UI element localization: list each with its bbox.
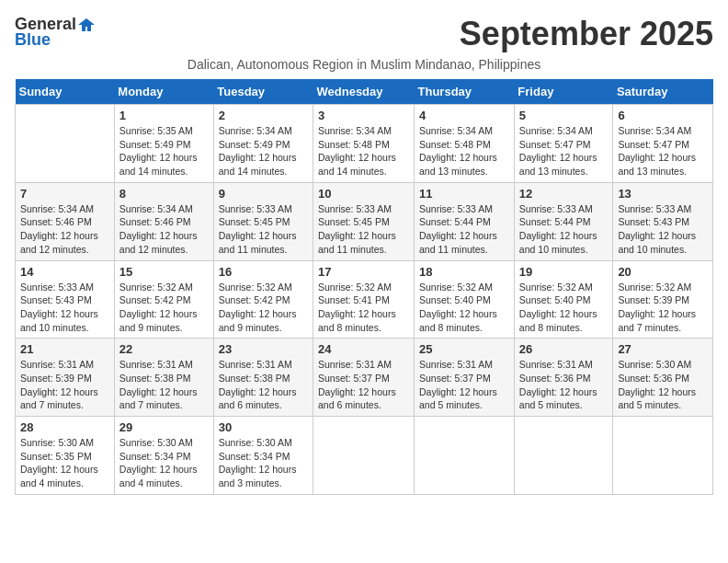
day-info: Sunrise: 5:34 AM Sunset: 5:46 PM Dayligh… — [119, 202, 209, 257]
table-row: 2Sunrise: 5:34 AM Sunset: 5:49 PM Daylig… — [213, 105, 313, 183]
table-row: 22Sunrise: 5:31 AM Sunset: 5:38 PM Dayli… — [114, 339, 213, 417]
table-row: 28Sunrise: 5:30 AM Sunset: 5:35 PM Dayli… — [16, 417, 115, 495]
day-info: Sunrise: 5:31 AM Sunset: 5:37 PM Dayligh… — [419, 358, 509, 412]
day-number: 29 — [119, 420, 209, 434]
table-row: 11Sunrise: 5:33 AM Sunset: 5:44 PM Dayli… — [415, 182, 515, 260]
header-monday: Monday — [114, 79, 213, 105]
logo: General Blue — [15, 15, 95, 50]
day-info: Sunrise: 5:33 AM Sunset: 5:44 PM Dayligh… — [419, 202, 509, 257]
table-row: 5Sunrise: 5:34 AM Sunset: 5:47 PM Daylig… — [514, 105, 613, 183]
day-info: Sunrise: 5:32 AM Sunset: 5:41 PM Dayligh… — [318, 281, 409, 335]
day-number: 10 — [318, 187, 409, 201]
table-row: 25Sunrise: 5:31 AM Sunset: 5:37 PM Dayli… — [415, 339, 515, 417]
day-info: Sunrise: 5:33 AM Sunset: 5:43 PM Dayligh… — [618, 202, 708, 257]
day-number: 23 — [219, 342, 308, 356]
day-info: Sunrise: 5:34 AM Sunset: 5:49 PM Dayligh… — [219, 124, 308, 178]
table-row: 24Sunrise: 5:31 AM Sunset: 5:37 PM Dayli… — [313, 339, 415, 417]
svg-marker-0 — [78, 18, 95, 31]
day-number: 9 — [219, 187, 308, 201]
header-thursday: Thursday — [415, 79, 515, 105]
day-number: 14 — [20, 265, 109, 279]
table-row — [613, 417, 713, 495]
calendar-week-row: 7Sunrise: 5:34 AM Sunset: 5:46 PM Daylig… — [16, 182, 713, 260]
day-info: Sunrise: 5:34 AM Sunset: 5:48 PM Dayligh… — [419, 124, 509, 178]
logo-bird-icon — [78, 17, 95, 33]
table-row: 21Sunrise: 5:31 AM Sunset: 5:39 PM Dayli… — [16, 339, 115, 417]
table-row: 12Sunrise: 5:33 AM Sunset: 5:44 PM Dayli… — [514, 182, 613, 260]
calendar-week-row: 1Sunrise: 5:35 AM Sunset: 5:49 PM Daylig… — [16, 105, 713, 183]
header-wednesday: Wednesday — [313, 79, 415, 105]
day-number: 15 — [119, 265, 209, 279]
header-saturday: Saturday — [613, 79, 713, 105]
table-row: 23Sunrise: 5:31 AM Sunset: 5:38 PM Dayli… — [213, 339, 313, 417]
header-friday: Friday — [514, 79, 613, 105]
table-row: 20Sunrise: 5:32 AM Sunset: 5:39 PM Dayli… — [613, 260, 713, 339]
table-row: 6Sunrise: 5:34 AM Sunset: 5:47 PM Daylig… — [613, 105, 713, 183]
month-title: September 2025 — [460, 15, 713, 53]
header-sunday: Sunday — [16, 79, 115, 105]
day-info: Sunrise: 5:32 AM Sunset: 5:40 PM Dayligh… — [419, 281, 509, 335]
day-number: 17 — [318, 265, 409, 279]
day-number: 8 — [119, 187, 209, 201]
logo-blue: Blue — [15, 30, 51, 50]
day-info: Sunrise: 5:35 AM Sunset: 5:49 PM Dayligh… — [119, 124, 209, 178]
day-number: 2 — [219, 109, 308, 122]
table-row: 18Sunrise: 5:32 AM Sunset: 5:40 PM Dayli… — [415, 260, 515, 339]
table-row: 13Sunrise: 5:33 AM Sunset: 5:43 PM Dayli… — [613, 182, 713, 260]
page-header: General Blue September 2025 — [15, 15, 713, 53]
day-number: 25 — [419, 342, 509, 356]
day-info: Sunrise: 5:32 AM Sunset: 5:40 PM Dayligh… — [519, 281, 609, 335]
table-row: 30Sunrise: 5:30 AM Sunset: 5:34 PM Dayli… — [213, 417, 313, 495]
table-row — [313, 417, 415, 495]
day-number: 6 — [618, 109, 708, 122]
day-info: Sunrise: 5:34 AM Sunset: 5:47 PM Dayligh… — [519, 124, 609, 178]
calendar-week-row: 28Sunrise: 5:30 AM Sunset: 5:35 PM Dayli… — [16, 417, 713, 495]
table-row: 1Sunrise: 5:35 AM Sunset: 5:49 PM Daylig… — [114, 105, 213, 183]
table-row: 17Sunrise: 5:32 AM Sunset: 5:41 PM Dayli… — [313, 260, 415, 339]
table-row: 26Sunrise: 5:31 AM Sunset: 5:36 PM Dayli… — [514, 339, 613, 417]
table-row: 16Sunrise: 5:32 AM Sunset: 5:42 PM Dayli… — [213, 260, 313, 339]
day-info: Sunrise: 5:31 AM Sunset: 5:38 PM Dayligh… — [119, 358, 209, 412]
table-row: 29Sunrise: 5:30 AM Sunset: 5:34 PM Dayli… — [114, 417, 213, 495]
day-info: Sunrise: 5:33 AM Sunset: 5:43 PM Dayligh… — [20, 281, 109, 335]
day-info: Sunrise: 5:34 AM Sunset: 5:47 PM Dayligh… — [618, 124, 708, 178]
page-subtitle: Dalican, Autonomous Region in Muslim Min… — [15, 57, 713, 72]
day-info: Sunrise: 5:30 AM Sunset: 5:35 PM Dayligh… — [20, 436, 109, 490]
day-number: 13 — [618, 187, 708, 201]
day-info: Sunrise: 5:33 AM Sunset: 5:45 PM Dayligh… — [318, 202, 409, 257]
day-info: Sunrise: 5:34 AM Sunset: 5:48 PM Dayligh… — [318, 124, 409, 178]
table-row: 3Sunrise: 5:34 AM Sunset: 5:48 PM Daylig… — [313, 105, 415, 183]
day-info: Sunrise: 5:30 AM Sunset: 5:34 PM Dayligh… — [219, 436, 308, 490]
calendar-table: Sunday Monday Tuesday Wednesday Thursday… — [15, 79, 713, 495]
day-number: 12 — [519, 187, 609, 201]
day-info: Sunrise: 5:31 AM Sunset: 5:39 PM Dayligh… — [20, 358, 109, 412]
day-info: Sunrise: 5:30 AM Sunset: 5:36 PM Dayligh… — [618, 358, 708, 412]
day-info: Sunrise: 5:32 AM Sunset: 5:42 PM Dayligh… — [219, 281, 308, 335]
table-row: 27Sunrise: 5:30 AM Sunset: 5:36 PM Dayli… — [613, 339, 713, 417]
table-row — [16, 105, 115, 183]
day-number: 26 — [519, 342, 609, 356]
day-number: 4 — [419, 109, 509, 122]
table-row: 14Sunrise: 5:33 AM Sunset: 5:43 PM Dayli… — [16, 260, 115, 339]
day-info: Sunrise: 5:31 AM Sunset: 5:37 PM Dayligh… — [318, 358, 409, 412]
table-row: 19Sunrise: 5:32 AM Sunset: 5:40 PM Dayli… — [514, 260, 613, 339]
day-number: 3 — [318, 109, 409, 122]
day-info: Sunrise: 5:32 AM Sunset: 5:39 PM Dayligh… — [618, 281, 708, 335]
day-number: 20 — [618, 265, 708, 279]
day-info: Sunrise: 5:32 AM Sunset: 5:42 PM Dayligh… — [119, 281, 209, 335]
day-number: 21 — [20, 342, 109, 356]
header-tuesday: Tuesday — [213, 79, 313, 105]
day-number: 11 — [419, 187, 509, 201]
day-number: 24 — [318, 342, 409, 356]
table-row: 4Sunrise: 5:34 AM Sunset: 5:48 PM Daylig… — [415, 105, 515, 183]
day-info: Sunrise: 5:30 AM Sunset: 5:34 PM Dayligh… — [119, 436, 209, 490]
day-number: 18 — [419, 265, 509, 279]
day-number: 30 — [219, 420, 308, 434]
calendar-week-row: 14Sunrise: 5:33 AM Sunset: 5:43 PM Dayli… — [16, 260, 713, 339]
day-info: Sunrise: 5:33 AM Sunset: 5:44 PM Dayligh… — [519, 202, 609, 257]
day-info: Sunrise: 5:31 AM Sunset: 5:36 PM Dayligh… — [519, 358, 609, 412]
day-info: Sunrise: 5:31 AM Sunset: 5:38 PM Dayligh… — [219, 358, 308, 412]
day-number: 5 — [519, 109, 609, 122]
day-info: Sunrise: 5:33 AM Sunset: 5:45 PM Dayligh… — [219, 202, 308, 257]
calendar-week-row: 21Sunrise: 5:31 AM Sunset: 5:39 PM Dayli… — [16, 339, 713, 417]
